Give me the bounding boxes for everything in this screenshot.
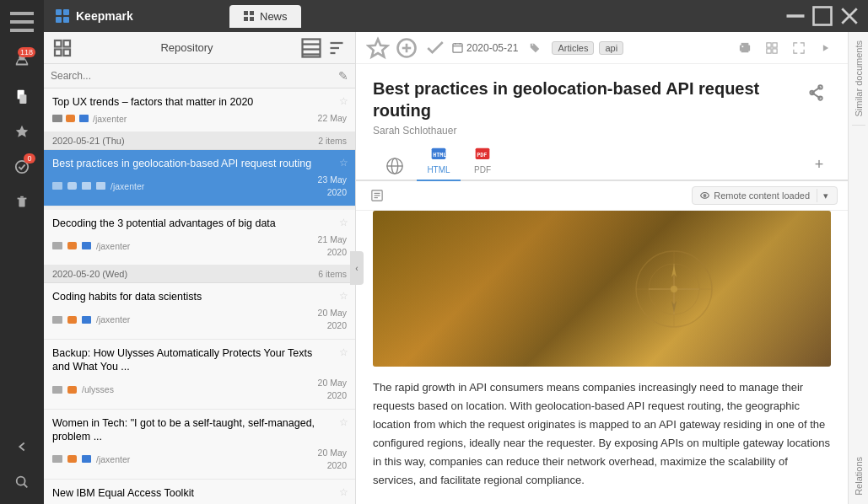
reader-grid-btn[interactable] bbox=[760, 36, 784, 60]
list-item[interactable]: ☆ New IBM Equal Access Toolkit bbox=[44, 480, 355, 504]
article-title: Best practices in geolocation-based API … bbox=[373, 78, 801, 121]
item-date: 21 May2020 bbox=[318, 233, 347, 258]
sidebar-item-documents[interactable] bbox=[7, 81, 37, 111]
svg-rect-13 bbox=[56, 9, 62, 15]
similar-documents-label[interactable]: Similar documents bbox=[854, 32, 864, 125]
list-header: Repository bbox=[44, 32, 355, 64]
rss-icon bbox=[67, 455, 77, 463]
reader-check-btn[interactable] bbox=[423, 36, 447, 60]
svg-rect-8 bbox=[19, 199, 24, 207]
relations-label[interactable]: Relations bbox=[854, 448, 864, 504]
item-meta: /jaxenter 22 May bbox=[52, 112, 347, 125]
item-title: Coding habits for data scientists bbox=[52, 290, 347, 303]
reader-expand-btn[interactable] bbox=[787, 36, 811, 60]
add-format-btn[interactable]: + bbox=[807, 153, 831, 176]
www-icon bbox=[383, 158, 407, 174]
sidebar-item-inbox[interactable]: 118 bbox=[7, 46, 37, 76]
svg-rect-51 bbox=[773, 48, 777, 52]
bookmark-icon bbox=[52, 316, 62, 324]
list-item[interactable]: ☆ Women in Tech: "I got to be a self-tau… bbox=[44, 410, 355, 480]
star-icon[interactable]: ☆ bbox=[339, 416, 348, 428]
article-view-icon[interactable] bbox=[366, 185, 388, 206]
reader-toolbar-right bbox=[733, 36, 838, 60]
reader-print-btn[interactable] bbox=[733, 36, 757, 60]
format-tab-html[interactable]: HTML HTML bbox=[417, 143, 461, 181]
minimize-btn[interactable] bbox=[784, 4, 807, 28]
rss-icon bbox=[67, 242, 77, 249]
sidebar-item-tasks[interactable]: 0 bbox=[7, 152, 37, 182]
panel-collapse-btn[interactable]: ‹ bbox=[350, 251, 364, 285]
sidebar-item-favorites[interactable] bbox=[7, 116, 37, 147]
tag-api[interactable]: api bbox=[599, 41, 623, 55]
list-item[interactable]: ☆ Top UX trends – factors that matter in… bbox=[44, 88, 355, 132]
sidebar-collapse-btn[interactable] bbox=[7, 432, 37, 462]
svg-point-67 bbox=[704, 194, 707, 197]
bookmark-icon bbox=[52, 115, 62, 122]
bookmark-icon bbox=[52, 455, 62, 463]
star-icon[interactable]: ☆ bbox=[339, 157, 348, 169]
reader-add-btn[interactable] bbox=[395, 36, 418, 60]
star-icon[interactable]: ☆ bbox=[339, 217, 348, 228]
format-tab-www[interactable] bbox=[373, 154, 417, 181]
list-items: ☆ Top UX trends – factors that matter in… bbox=[44, 88, 355, 504]
app-name-label: Keepmark bbox=[76, 9, 133, 23]
sidebar-item-trash[interactable] bbox=[7, 187, 37, 217]
active-tab[interactable]: News bbox=[229, 5, 301, 28]
pdf-tab-label: PDF bbox=[474, 165, 491, 174]
svg-point-11 bbox=[17, 477, 25, 485]
sidebar-item-search[interactable] bbox=[7, 467, 37, 497]
star-icon[interactable]: ☆ bbox=[339, 346, 348, 358]
article-content: The rapid growth in API consumers means … bbox=[356, 211, 848, 504]
svg-rect-10 bbox=[20, 196, 24, 198]
source-label: /jaxenter bbox=[93, 114, 127, 124]
group-label: 2020-05-21 (Thu) bbox=[52, 136, 125, 146]
pdf-format-icon: PDF bbox=[471, 147, 494, 164]
svg-rect-40 bbox=[453, 44, 462, 52]
list-panel: Repository ✎ ☆ Top UX trends – factors t… bbox=[44, 32, 356, 504]
maximize-btn[interactable] bbox=[811, 4, 834, 28]
list-item[interactable]: ☆ Decoding the 3 potential advantages of… bbox=[44, 210, 355, 266]
group-count: 6 items bbox=[318, 269, 347, 279]
bookmark-icon bbox=[52, 386, 62, 394]
list-sort-btn[interactable] bbox=[326, 38, 347, 58]
close-btn[interactable] bbox=[838, 4, 861, 28]
svg-line-12 bbox=[24, 484, 27, 487]
sidebar: 118 0 bbox=[0, 0, 44, 504]
rss-icon bbox=[67, 316, 77, 324]
list-item[interactable]: ☆ Best practices in geolocation-based AP… bbox=[44, 150, 355, 206]
html-icon bbox=[79, 115, 89, 122]
list-item[interactable]: ☆ Coding habits for data scientists /jax… bbox=[44, 283, 355, 340]
star-icon[interactable]: ☆ bbox=[339, 290, 348, 302]
article-view-toolbar: Remote content loaded ▾ bbox=[356, 181, 848, 211]
star-icon[interactable]: ☆ bbox=[339, 486, 348, 498]
search-input[interactable] bbox=[51, 70, 333, 82]
remote-content-dropdown[interactable]: ▾ bbox=[817, 189, 830, 202]
star-icon[interactable]: ☆ bbox=[339, 95, 348, 107]
article-body: The rapid growth in API consumers means … bbox=[373, 378, 831, 491]
group-label: 2020-05-20 (Wed) bbox=[52, 269, 127, 279]
list-filter-btn[interactable] bbox=[52, 38, 73, 58]
list-item[interactable]: ☆ Backup: How Ulysses Automatically Prot… bbox=[44, 340, 355, 410]
share-btn[interactable] bbox=[801, 78, 831, 108]
svg-rect-26 bbox=[64, 40, 71, 47]
reader-star-btn[interactable] bbox=[366, 36, 390, 60]
svg-point-53 bbox=[818, 85, 822, 88]
svg-marker-52 bbox=[823, 45, 828, 51]
svg-rect-50 bbox=[767, 48, 771, 52]
reader-next-btn[interactable] bbox=[814, 36, 838, 60]
tag-articles[interactable]: Articles bbox=[552, 41, 594, 55]
list-grid-btn[interactable] bbox=[301, 38, 321, 58]
svg-rect-5 bbox=[19, 94, 26, 104]
main-content: Repository ✎ ☆ Top UX trends – factors t… bbox=[44, 32, 868, 504]
format-tab-pdf[interactable]: PDF PDF bbox=[461, 143, 504, 181]
hamburger-menu[interactable] bbox=[7, 7, 37, 37]
right-sidebar: Similar documents Relations bbox=[848, 32, 868, 504]
svg-rect-14 bbox=[63, 9, 69, 15]
search-edit-btn[interactable]: ✎ bbox=[338, 69, 348, 83]
svg-rect-48 bbox=[767, 42, 771, 46]
item-title: Women in Tech: "I got to be a self-taugh… bbox=[52, 416, 347, 444]
remote-content-badge[interactable]: Remote content loaded ▾ bbox=[692, 186, 838, 205]
source-label: /jaxenter bbox=[111, 181, 144, 191]
bookmark-icon bbox=[52, 242, 62, 249]
svg-rect-47 bbox=[742, 46, 744, 47]
